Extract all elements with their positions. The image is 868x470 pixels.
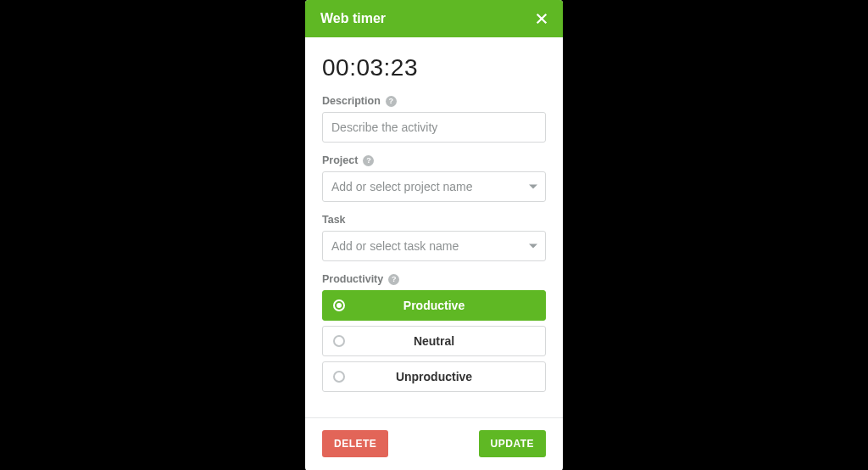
- task-select[interactable]: Add or select task name: [322, 231, 546, 261]
- productivity-option-neutral[interactable]: Neutral: [322, 326, 546, 356]
- productivity-option-label: Productive: [333, 299, 535, 312]
- chevron-down-icon: [529, 244, 537, 249]
- project-select[interactable]: Add or select project name: [322, 171, 546, 202]
- productivity-label-row: Productivity ?: [322, 273, 546, 285]
- chevron-down-icon: [529, 185, 537, 189]
- productivity-option-label: Neutral: [333, 334, 535, 348]
- update-button[interactable]: UPDATE: [479, 430, 546, 457]
- panel-body: 00:03:23 Description ? Project ? Add or …: [305, 37, 563, 417]
- project-label: Project: [322, 154, 358, 166]
- panel-footer: DELETE UPDATE: [305, 417, 563, 470]
- help-icon[interactable]: ?: [363, 155, 374, 166]
- task-select-placeholder: Add or select task name: [331, 239, 459, 253]
- web-timer-panel: Web timer 00:03:23 Description ? Project…: [305, 0, 563, 470]
- task-label-row: Task: [322, 214, 546, 226]
- help-icon[interactable]: ?: [386, 96, 397, 107]
- productivity-option-productive[interactable]: Productive: [322, 290, 546, 321]
- description-label: Description: [322, 95, 381, 107]
- panel-header: Web timer: [305, 0, 563, 37]
- description-group: Description ?: [322, 95, 546, 143]
- project-group: Project ? Add or select project name: [322, 154, 546, 202]
- productivity-option-unproductive[interactable]: Unproductive: [322, 361, 546, 392]
- timer-display: 00:03:23: [322, 54, 546, 81]
- project-label-row: Project ?: [322, 154, 546, 166]
- project-select-placeholder: Add or select project name: [331, 180, 473, 193]
- productivity-options: Productive Neutral Unproductive: [322, 290, 546, 392]
- productivity-label: Productivity: [322, 273, 383, 285]
- description-label-row: Description ?: [322, 95, 546, 107]
- description-input[interactable]: [322, 112, 546, 143]
- productivity-option-label: Unproductive: [333, 370, 535, 383]
- productivity-group: Productivity ? Productive Neutral Unprod…: [322, 273, 546, 392]
- help-icon[interactable]: ?: [388, 274, 399, 285]
- panel-title: Web timer: [320, 11, 386, 26]
- close-icon[interactable]: [534, 11, 549, 26]
- task-label: Task: [322, 214, 346, 226]
- delete-button[interactable]: DELETE: [322, 430, 388, 457]
- task-group: Task Add or select task name: [322, 214, 546, 261]
